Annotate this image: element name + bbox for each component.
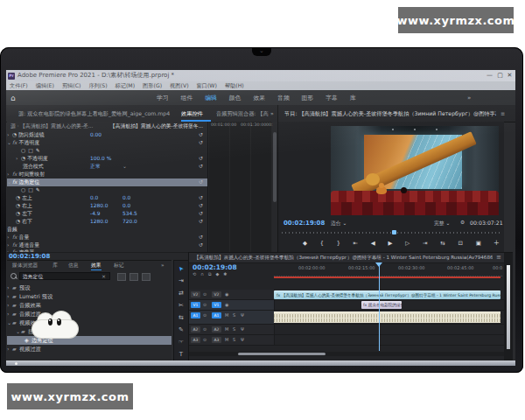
timeline-settings-icon[interactable]: ✱ bbox=[223, 271, 227, 277]
param-y[interactable]: 0.0 bbox=[122, 202, 130, 210]
tab-audio-mixer[interactable]: 音频剪辑混合器: 【高清航拍】震撼人心的美 bbox=[216, 105, 269, 122]
reset-icon[interactable]: ↺ bbox=[199, 131, 206, 137]
ec-row-time-remapping[interactable]: ›fx时间重映射 bbox=[7, 171, 207, 178]
mic-icon[interactable]: Ψ bbox=[241, 326, 244, 332]
step-back-button[interactable]: ◀ bbox=[371, 240, 375, 247]
step-forward-button[interactable]: ▷ bbox=[405, 240, 410, 247]
comparison-view-button[interactable]: ▣ bbox=[476, 240, 481, 247]
mark-out-button[interactable]: } bbox=[337, 240, 340, 247]
workspace-tab-libraries[interactable]: 库 bbox=[350, 94, 356, 102]
param-y[interactable]: 720.0 bbox=[122, 218, 137, 226]
stopwatch-icon[interactable]: ◔ bbox=[21, 156, 25, 161]
timeline-timecode[interactable]: 00:02:19:08 bbox=[192, 263, 237, 271]
go-to-in-button[interactable]: ⇤ bbox=[354, 240, 358, 247]
playback-resolution-select[interactable]: 完整 ⌄ bbox=[434, 220, 450, 228]
reset-icon[interactable]: ↺ bbox=[199, 242, 206, 248]
close-button[interactable]: ✕ bbox=[505, 70, 514, 81]
param-x[interactable]: 1280.0 bbox=[90, 202, 108, 210]
lock-icon[interactable]: ⊙ bbox=[203, 337, 206, 342]
reset-icon[interactable]: ↺ bbox=[199, 234, 206, 240]
playhead-line[interactable] bbox=[379, 262, 380, 351]
param-value[interactable]: 0.00 bbox=[90, 131, 102, 139]
ec-row-antiflicker[interactable]: ›◔防闪烁滤镜 0.00 bbox=[7, 131, 207, 139]
param-y[interactable]: 0.0 bbox=[122, 194, 130, 202]
minimize-button[interactable]: — bbox=[485, 70, 494, 81]
solo-icon[interactable]: S bbox=[233, 312, 235, 318]
ec-row-upper-right[interactable]: ◔右上 1280.0 0.0 bbox=[7, 202, 216, 210]
param-x[interactable]: 0.0 bbox=[90, 194, 98, 202]
lock-icon[interactable]: ⊙ bbox=[203, 326, 206, 332]
program-timecode[interactable]: 00:02:19:08 bbox=[284, 220, 325, 227]
tree-item-presets[interactable]: ›▰预设 bbox=[7, 284, 172, 292]
track-select-tool-icon[interactable]: ⇥ bbox=[174, 275, 188, 287]
settings-wrench-icon[interactable]: ⚙ bbox=[460, 220, 465, 225]
workspace-tab-editing[interactable]: 编辑 bbox=[205, 94, 217, 102]
reset-icon[interactable]: ↺ bbox=[199, 210, 206, 216]
ec-vertical-scrollbar[interactable] bbox=[273, 132, 276, 202]
workspace-tab-assembly[interactable]: 组件 bbox=[181, 94, 193, 102]
panel-divider[interactable] bbox=[277, 105, 278, 252]
eye-icon[interactable]: ◉ bbox=[225, 291, 228, 297]
track-target-a2[interactable]: A2 bbox=[212, 326, 221, 332]
reset-icon[interactable]: ↺ bbox=[199, 218, 206, 224]
track-target-a1[interactable]: A1 bbox=[212, 312, 221, 318]
menu-graphics[interactable]: 图形(G) bbox=[143, 81, 162, 90]
ec-row-lower-left[interactable]: ◔左下 -4.9 534.5 bbox=[7, 210, 216, 218]
ellipse-mask-icon[interactable]: ○ bbox=[21, 148, 28, 153]
timeline-panel-menu-icon[interactable]: ≡ bbox=[496, 253, 501, 262]
stopwatch-icon[interactable]: ◔ bbox=[16, 203, 20, 208]
new-custom-bin-icon[interactable] bbox=[117, 273, 126, 281]
ec-row-lower-right[interactable]: ◔右下 1280.0 720.0 bbox=[7, 218, 216, 226]
mic-icon[interactable]: Ψ bbox=[241, 312, 244, 318]
workspace-tab-audio[interactable]: 音频 bbox=[277, 94, 290, 102]
program-video-frame[interactable] bbox=[331, 126, 499, 215]
ec-row-corner-pin-selected[interactable]: ⌄fx边角定位 bbox=[7, 178, 207, 186]
clear-search-icon[interactable]: × bbox=[102, 272, 106, 280]
effects-search-input[interactable]: 边角定位 bbox=[19, 272, 110, 280]
tree-item-audio-effects[interactable]: ›▰音频效果 bbox=[7, 301, 172, 310]
source-patch-a3[interactable]: A3 bbox=[191, 337, 200, 343]
track-target-v2[interactable]: V2 bbox=[212, 291, 221, 298]
selection-tool-icon[interactable]: ➤ bbox=[174, 262, 188, 275]
mute-icon[interactable]: M bbox=[225, 312, 228, 318]
tab-media-browser[interactable]: 媒体浏览器 bbox=[12, 261, 38, 270]
stopwatch-icon[interactable]: ◔ bbox=[16, 195, 20, 200]
ellipse-mask-icon[interactable]: ○ bbox=[21, 187, 28, 192]
reset-icon[interactable]: ↺ bbox=[199, 194, 206, 200]
ec-row-opacity-section[interactable]: ⌄fx不透明度 bbox=[7, 139, 207, 147]
pen-tool-icon[interactable]: ✎ bbox=[174, 324, 188, 336]
tab-libraries[interactable]: 库 bbox=[52, 261, 58, 270]
stopwatch-icon[interactable]: ◔ bbox=[16, 219, 20, 224]
solo-icon[interactable]: S bbox=[233, 326, 235, 332]
snap-icon[interactable]: ∩ bbox=[200, 271, 204, 277]
workspace-tab-effects[interactable]: 效果 bbox=[253, 94, 265, 102]
tab-effects[interactable]: 效果 bbox=[91, 261, 102, 270]
track-target-v1[interactable]: V1 bbox=[212, 302, 221, 308]
source-patch-a1[interactable]: A1 bbox=[191, 312, 200, 318]
ec-row-blend-mode[interactable]: 混合模式 正常 ⌄ bbox=[7, 163, 223, 171]
reset-icon[interactable]: ↺ bbox=[199, 163, 206, 169]
workspace-overflow-icon[interactable]: » bbox=[467, 94, 471, 102]
workspace-tab-captions[interactable]: 字幕 bbox=[326, 94, 338, 102]
eye-icon[interactable]: ◉ bbox=[225, 302, 228, 307]
reset-icon[interactable]: ↺ bbox=[199, 155, 206, 161]
pen-mask-icon[interactable]: ✎ bbox=[36, 187, 43, 192]
clip-v2-bridge-video[interactable]: fx 【高清航拍】震撼人心的美-圣彼得堡冬季航拍（Зимний Петербур… bbox=[274, 290, 500, 299]
lock-icon[interactable]: ⊙ bbox=[203, 302, 206, 307]
mark-in-button[interactable]: { bbox=[320, 240, 324, 247]
button-editor-plus-icon[interactable]: + bbox=[494, 239, 500, 247]
rect-mask-icon[interactable]: □ bbox=[28, 148, 36, 153]
tree-item-video-transitions[interactable]: ›▰视频过渡 bbox=[7, 345, 172, 354]
blend-mode-select[interactable]: 正常 bbox=[90, 163, 101, 171]
stopwatch-icon[interactable]: ◔ bbox=[16, 211, 20, 216]
razor-tool-icon[interactable]: ✂ bbox=[174, 299, 188, 312]
track-target-a3[interactable]: A3 bbox=[212, 337, 221, 343]
linked-selection-icon[interactable]: ⧉ bbox=[208, 271, 212, 277]
nest-toggle-icon[interactable]: ⟲ bbox=[192, 271, 196, 277]
ec-row-volume[interactable]: ›fx音量 bbox=[7, 234, 207, 242]
pen-mask-icon[interactable]: ✎ bbox=[36, 148, 43, 153]
param-x[interactable]: -4.9 bbox=[90, 210, 101, 218]
menu-file[interactable]: 文件(F) bbox=[10, 81, 28, 90]
source-patch-v1[interactable]: V1 bbox=[191, 302, 200, 308]
lock-icon[interactable]: ⊙ bbox=[203, 291, 206, 297]
